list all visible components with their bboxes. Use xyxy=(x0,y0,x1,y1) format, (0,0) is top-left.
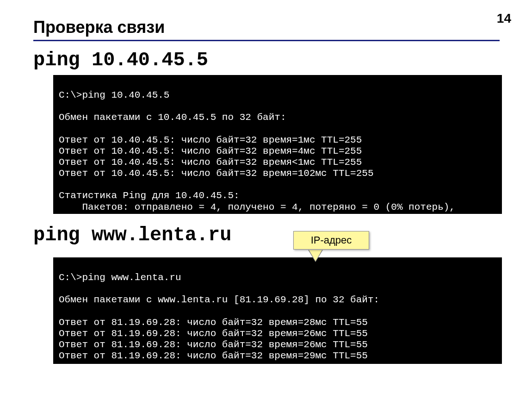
terminal-line: Обмен пакетами с 10.40.45.5 по 32 байт: xyxy=(59,112,286,123)
page-number: 14 xyxy=(497,11,511,26)
terminal-line: Ответ от 10.40.45.5: число байт=32 время… xyxy=(59,146,362,156)
terminal-line: Пакетов: отправлено = 4, получено = 4, п… xyxy=(59,202,455,212)
terminal-line: C:\>ping www.lenta.ru xyxy=(59,272,181,283)
terminal-line: Ответ от 10.40.45.5: число байт=32 время… xyxy=(59,135,362,145)
terminal-line: Приблизительное время приема-передачи в … xyxy=(59,213,309,224)
command-example-2: ping www.lenta.ru xyxy=(33,224,231,246)
ip-address-callout: IP-адрес xyxy=(293,231,369,250)
slide-title: Проверка связи xyxy=(33,18,165,37)
terminal-output-1: C:\>ping 10.40.45.5 Обмен пакетами с 10.… xyxy=(53,75,502,214)
title-underline xyxy=(33,40,500,41)
callout-arrow xyxy=(309,250,322,261)
terminal-line: Обмен пакетами с www.lenta.ru [81.19.69.… xyxy=(59,294,379,305)
terminal-line: Ответ от 81.19.69.28: число байт=32 врем… xyxy=(59,317,368,328)
command-example-1: ping 10.40.45.5 xyxy=(33,49,208,71)
terminal-line: Ответ от 10.40.45.5: число байт=32 время… xyxy=(59,157,362,168)
terminal-line: Ответ от 81.19.69.28: число байт=32 врем… xyxy=(59,328,368,339)
terminal-line: Ответ от 81.19.69.28: число байт=32 врем… xyxy=(59,350,368,361)
terminal-output-2: C:\>ping www.lenta.ru Обмен пакетами с w… xyxy=(53,257,502,364)
terminal-line: C:\>ping 10.40.45.5 xyxy=(59,90,169,100)
terminal-line: Ответ от 81.19.69.28: число байт=32 врем… xyxy=(59,339,368,350)
terminal-line: Ответ от 10.40.45.5: число байт=32 время… xyxy=(59,168,374,179)
terminal-line: Статистика Ping для 10.40.45.5: xyxy=(59,190,240,201)
